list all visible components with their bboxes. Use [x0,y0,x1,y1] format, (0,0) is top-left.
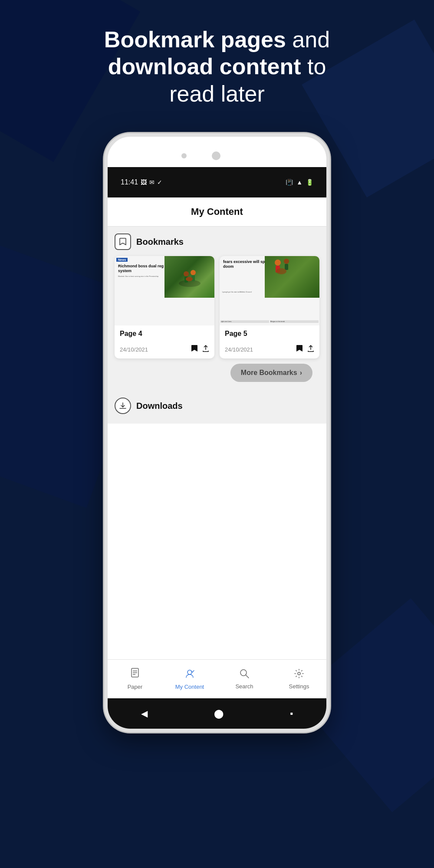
android-home-btn[interactable]: ⬤ [214,708,224,719]
nav-search-label: Search [235,683,253,690]
nav-settings-label: Settings [289,683,309,690]
more-bookmarks-button[interactable]: More Bookmarks › [230,364,312,382]
downloads-icon [115,398,131,414]
bottom-caption-row: style over Lions Morgan on hot streak [220,320,319,323]
phone-camera-center [212,151,220,160]
svg-point-3 [191,270,196,275]
status-vibrate-icon: 📳 [286,179,293,186]
android-nav-bar: ◀ ⬤ ▪ [108,698,326,729]
status-right: 📳 ▲ 🔋 [286,179,313,186]
phone-camera-left [181,153,187,158]
body-text-1: Blackett: Dan is best running nine in th… [118,275,161,277]
rugby-svg-2 [265,256,295,282]
nav-mycontent-label: My Content [175,684,204,690]
status-bar: 11:41 🖼 ✉ ✓ 📳 ▲ 🔋 [108,167,326,197]
card-1-actions[interactable] [191,345,209,354]
status-check-icon: ✓ [157,179,162,186]
download-svg [119,402,127,410]
nav-item-settings[interactable]: Settings [272,668,326,690]
card-2-date-row: 24/10/2021 [225,345,314,354]
status-battery-icon: 🔋 [306,179,313,186]
card-2-bookmark-btn[interactable] [296,345,303,354]
bookmark-card-2[interactable]: fears excessive will spell doom [220,256,319,358]
search-icon [239,668,250,681]
rugby-image-2 [265,256,320,298]
newspaper-page-4: News Richmond boss dual reg system [115,256,214,326]
card-1-info: Page 4 24/10/2021 [115,326,214,358]
svg-rect-10 [285,264,288,270]
bookmarks-icon [115,233,131,250]
bookmark-svg [119,237,127,246]
app-title: My Content [191,206,243,217]
caption-1: style over Lions [220,320,269,323]
bookmark-filled-icon-1 [191,345,198,352]
phone-body: 11:41 🖼 ✉ ✓ 📳 ▲ 🔋 My Content [104,133,330,732]
card-2-page: Page 5 [225,330,314,338]
downloads-label: Downloads [136,401,183,411]
phone-mockup: 11:41 🖼 ✉ ✓ 📳 ▲ 🔋 My Content [0,133,434,732]
rugby-image-1 [164,256,214,298]
card-1-date-row: 24/10/2021 [120,345,209,354]
more-chevron-icon: › [300,369,302,377]
card-1-page: Page 4 [120,330,209,338]
header-text: Bookmark pages and download content to r… [0,0,434,125]
status-left: 11:41 🖼 ✉ ✓ [121,178,162,186]
rugby-svg-1 [177,266,203,288]
card-2-image: fears excessive will spell doom [220,256,319,326]
status-gmail-icon: ✉ [149,179,155,186]
more-bookmarks-container: More Bookmarks › [115,358,319,387]
svg-point-16 [187,670,192,674]
nav-paper-label: Paper [128,684,143,690]
nav-item-search[interactable]: Search [217,668,272,690]
card-1-share-btn[interactable] [202,345,209,354]
settings-icon [294,668,304,681]
news-tag-1: News [116,258,128,262]
card-1-bookmark-btn[interactable] [191,345,198,354]
headline-1: Richmond boss dual reg system [118,264,171,273]
android-back-btn[interactable]: ◀ [141,708,148,719]
svg-point-9 [284,259,289,264]
bookmark-filled-icon-2 [296,345,303,352]
share-icon-2 [307,345,314,352]
status-photo-icon: 🖼 [141,179,147,186]
caption-2: Morgan on hot streak [270,320,319,323]
card-1-image: News Richmond boss dual reg system [115,256,214,326]
svg-point-1 [184,271,189,276]
card-2-info: Page 5 24/10/2021 [220,326,319,358]
settings-svg [294,668,304,679]
svg-point-11 [276,268,286,274]
bookmark-card-1[interactable]: News Richmond boss dual reg system [115,256,214,358]
newspaper-page-5: fears excessive will spell doom [220,256,319,326]
bottom-nav: Paper My Content [108,659,326,698]
status-time: 11:41 [121,178,138,186]
mycontent-icon [184,668,195,682]
nav-item-paper[interactable]: Paper [108,668,162,690]
downloads-section-header: Downloads [115,398,319,414]
share-icon-1 [202,345,209,352]
svg-point-5 [186,277,193,281]
card-2-actions[interactable] [296,345,314,354]
header-bold-2: download content [108,54,301,79]
header-bold-1: Bookmark pages [104,27,286,52]
card-2-share-btn[interactable] [307,345,314,354]
bookmarks-label: Bookmarks [136,237,184,247]
card-2-date: 24/10/2021 [225,346,253,353]
more-bookmarks-label: More Bookmarks [241,369,297,377]
paper-icon [130,668,140,682]
svg-point-7 [275,260,281,266]
bookmarks-section: Bookmarks News Richmond boss dual reg sy… [108,227,326,391]
search-svg [239,668,250,679]
nav-item-mycontent[interactable]: My Content [162,668,217,690]
svg-point-19 [298,672,300,675]
android-recents-btn[interactable]: ▪ [290,709,293,719]
mycontent-svg [184,668,195,679]
bookmark-cards-row: News Richmond boss dual reg system [115,256,319,358]
app-header: My Content [108,197,326,227]
status-wifi-icon: ▲ [296,179,302,186]
paper-svg [130,668,140,679]
bookmarks-section-header: Bookmarks [115,233,319,250]
downloads-section: Downloads [108,391,326,424]
card-1-date: 24/10/2021 [120,346,148,353]
svg-line-18 [246,675,249,678]
app-content: My Content Bookmarks [108,197,326,424]
